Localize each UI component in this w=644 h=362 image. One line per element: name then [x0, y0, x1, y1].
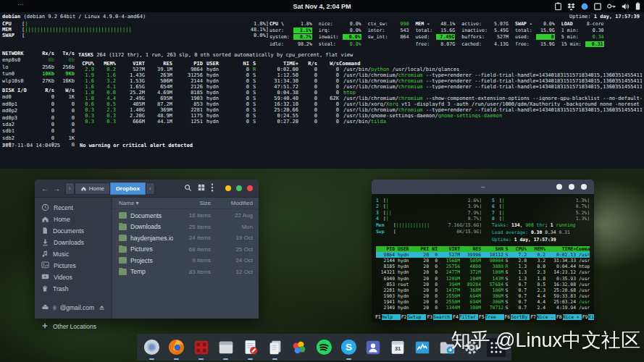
htop-process-row[interactable]: 6940hydn2001209M204M143MS1.31.80:35.93/u… — [376, 276, 590, 282]
glances-terminal[interactable]: debian (debian 9.2 64bit / Linux 4.9.0-4… — [0, 12, 644, 169]
htop-col-header[interactable]: PRI — [417, 246, 429, 252]
close-button[interactable] — [247, 185, 253, 191]
process-col-header[interactable]: RES — [145, 61, 172, 66]
dock-item-spotify[interactable] — [314, 337, 334, 357]
htop-process-row[interactable]: 2349hydn2001344M380M70712S0.72.44:19.94/… — [376, 305, 590, 311]
column-name[interactable]: Name ▾ — [119, 200, 173, 206]
dock-item-chromium[interactable] — [142, 337, 162, 357]
dock-item-documents[interactable] — [265, 337, 285, 357]
forward-button[interactable]: → — [51, 182, 62, 194]
fkey-f3[interactable]: F3Search — [426, 314, 452, 320]
process-header-row[interactable]: CPU%MEM%VIRTRESPIDUSERNISTIME+R/sW/sComm… — [75, 61, 642, 66]
htop-process-row[interactable]: 9864hydn200527M3999610112S7.20.20:02.13/… — [376, 252, 590, 258]
glances-process-table[interactable]: CPU%MEM%VIRTRESPIDUSERNISTIME+R/sW/sComm… — [75, 61, 642, 124]
sidebar-item-downloads[interactable]: Downloads — [35, 237, 112, 248]
breadcrumb-dropbox[interactable]: Dropbox — [110, 182, 146, 195]
dock-item-skype[interactable]: S — [339, 337, 359, 357]
sidebar-item--gmail-com[interactable]: @gmail.com — [35, 302, 112, 313]
process-row[interactable]: 1.00.025.2M4.69M8185hydn0S0:04.3800htop — [75, 90, 642, 95]
clipboard-icon[interactable] — [555, 2, 561, 10]
dropbox-icon[interactable] — [567, 3, 575, 10]
dock-item-text-editor[interactable] — [241, 337, 260, 357]
fkey-f5[interactable]: F5Tree — [478, 314, 504, 320]
view-grid-icon[interactable] — [198, 184, 205, 193]
fkey-f1[interactable]: F1Help — [375, 314, 401, 320]
process-col-header[interactable]: NI — [229, 61, 249, 66]
pathbar-more[interactable]: › — [146, 182, 155, 195]
file-row-pictures[interactable]: Pictures68 items25 Oct — [112, 244, 259, 256]
process-row[interactable]: 1.64.11.65G654M2126hydn0S47:51.7200/usr/… — [75, 84, 642, 89]
htop-process-row[interactable]: 2281hydn2001437M368M106MS0.72.325:20.68/… — [376, 287, 590, 293]
process-row[interactable]: 1.91.61.43G263M31256hydn0S1:12.5000/usr/… — [75, 72, 642, 77]
htop-process-row[interactable]: 14321hydn2002477M372M100MS1.32.314:23.12… — [376, 269, 590, 275]
file-row-projects[interactable]: Projects9 items24 Oct — [112, 255, 259, 266]
file-row-temp[interactable]: Temp83 items12 Oct — [112, 266, 259, 278]
htop-col-header[interactable]: PID — [376, 246, 395, 252]
process-col-header[interactable]: VIRT — [116, 61, 145, 66]
system-tray[interactable] — [555, 0, 640, 12]
sidebar-item-recent[interactable]: Recent — [35, 202, 112, 214]
fkey-f7[interactable]: F7Nice - — [530, 314, 556, 320]
fkey-f4[interactable]: F4Filter — [452, 314, 478, 320]
htop-process-row[interactable]: 853root200394M8928457684S0.70.516:32.08/… — [376, 282, 590, 287]
menu-kebab-icon[interactable] — [211, 183, 214, 193]
htop-col-header[interactable]: VIRT — [438, 246, 460, 252]
htop-process-row[interactable]: 8185hydn2002575648003080R1.30.00:04.44ht… — [376, 264, 590, 269]
battery-icon[interactable] — [635, 2, 640, 10]
pathbar-scroll-left[interactable]: ‹ — [65, 182, 75, 195]
column-modified[interactable]: Modified — [211, 200, 253, 206]
fkey-f6[interactable]: F6SortBy — [504, 314, 530, 320]
process-col-header[interactable]: W/s — [317, 61, 339, 66]
dock-item-contacts[interactable] — [364, 337, 383, 357]
fkey-f8[interactable]: F8Nice + — [556, 314, 582, 320]
htop-terminal-body[interactable]: 1[|2.6%]5[|1.3%]2[|3.9%]6[|0.7%]3[||7.9%… — [372, 194, 594, 322]
process-col-header[interactable]: CPU% — [75, 61, 94, 66]
htop-button-3[interactable] — [581, 184, 587, 190]
breadcrumb-home[interactable]: Home — [75, 182, 110, 195]
search-icon[interactable] — [184, 184, 192, 193]
htop-function-keys[interactable]: F1HelpF2SetupF3SearchF4FilterF5TreeF6Sor… — [375, 314, 591, 320]
htop-button-1[interactable] — [556, 184, 562, 190]
htop-col-header[interactable]: CPU% — [510, 246, 527, 252]
process-row[interactable]: 1.63.21.53G506M2144hydn0S31:34.3000/usr/… — [75, 78, 642, 83]
process-row[interactable]: 0.30.3666M44.1M1251hydn0S0:27.2000/usr/b… — [75, 119, 642, 124]
dock-item-firefox[interactable] — [167, 337, 186, 357]
htop-terminal-window[interactable]: – 1[|2.6%]5[|1.3%]2[|3.9%]6[|0.7%]3[||7.… — [372, 180, 594, 322]
back-button[interactable]: ← — [39, 182, 51, 194]
process-col-header[interactable]: S — [249, 61, 259, 66]
minimize-button[interactable] — [225, 185, 231, 191]
process-col-header[interactable]: USER — [203, 61, 229, 66]
process-col-header[interactable]: Command — [339, 61, 642, 66]
htop-col-header[interactable]: SHR — [481, 246, 503, 252]
htop-button-2[interactable] — [569, 184, 574, 190]
sidebar-item-trash[interactable]: Trash — [35, 283, 112, 295]
clock[interactable]: Sat Nov 4, 2:04 PM — [0, 3, 644, 10]
status-blue-icon[interactable] — [581, 3, 588, 10]
htop-col-header[interactable]: MEM% — [527, 246, 545, 252]
file-row-downloads[interactable]: Downloads25 itemsMon — [112, 222, 259, 233]
process-col-header[interactable]: R/s — [298, 61, 317, 66]
process-col-header[interactable]: TIME+ — [259, 61, 298, 66]
sidebar-item-documents[interactable]: Documents — [35, 225, 112, 237]
htop-col-header[interactable]: USER — [395, 246, 417, 252]
sidebar-item-videos[interactable]: Videos — [35, 272, 112, 283]
process-col-header[interactable]: PID — [172, 61, 203, 66]
sidebar-item-home[interactable]: Home — [35, 214, 112, 225]
column-size[interactable]: Size — [173, 200, 211, 206]
htop-process-row[interactable]: 1903hydn2002550M694M306MS0.74.459:33.83/… — [376, 293, 590, 299]
process-row[interactable]: 2.90.2527M39.1M9864hydn0R0:02.0000/usr/b… — [75, 67, 642, 72]
file-row-documents[interactable]: Documents16 items22 Aug — [112, 210, 259, 222]
htop-col-header[interactable]: TIME+ — [545, 246, 576, 252]
eject-icon[interactable] — [99, 304, 105, 312]
process-row[interactable]: 1.04.42.49G695M1903hydn0S59:40.40062K/us… — [75, 96, 642, 101]
dock-item-calendar[interactable]: 31 — [388, 337, 408, 357]
htop-process-row[interactable]: 1941hydn2002550M694M306MS0.74.425:03.24/… — [376, 299, 590, 305]
sidebar-item-other-locations[interactable]: Other Locations — [35, 321, 112, 332]
file-row-haydenjames-io[interactable]: haydenjames.io24 items19 Oct — [112, 232, 259, 244]
htop-header-row[interactable]: PIDUSERPRINIVIRTRESSHRSCPU%MEM%TIME+Comm… — [376, 246, 590, 252]
htop-window-buttons[interactable] — [556, 184, 587, 190]
dock-item-google-photos[interactable] — [290, 337, 309, 357]
maximize-button[interactable] — [236, 185, 242, 191]
file-manager-window[interactable]: ← → ‹ Home Dropbox › RecentHomeDocuments… — [35, 180, 259, 319]
htop-titlebar[interactable]: – — [372, 180, 594, 194]
